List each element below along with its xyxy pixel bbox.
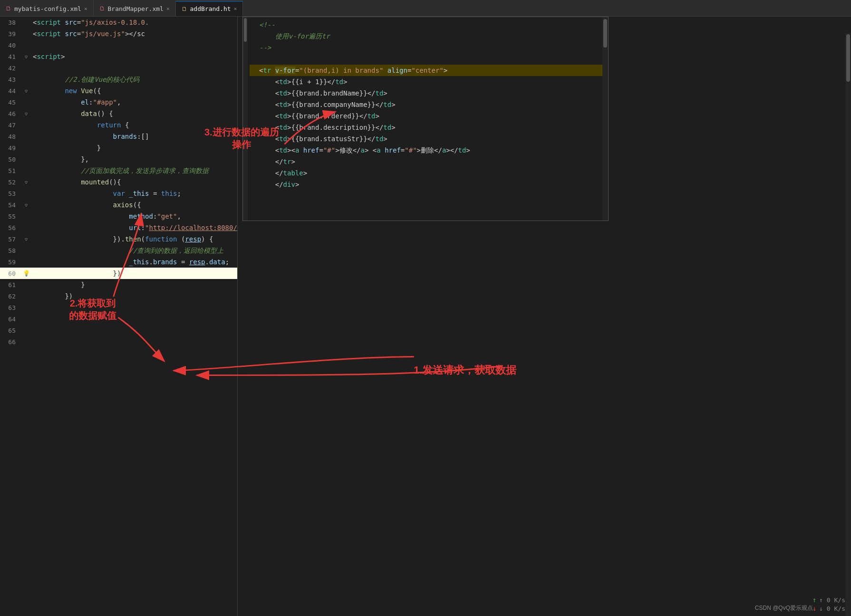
code-line-45: 45 el:"#app", (0, 96, 237, 108)
tab-mybatis[interactable]: 🗋 mybatis-config.xml × (0, 1, 94, 16)
popup-line-td7: <td><a href="#">修改</a> <a href="#">删除</a… (250, 144, 608, 156)
annotation-label-1: 1.发送请求，获取数据 (414, 364, 516, 377)
popup-line-td3: <td>{{brand.companyName}}</td> (250, 99, 608, 110)
code-line-54: 54 ▽ axios({ (0, 199, 237, 211)
status-upload: ↑ ↑ 0 K/s (812, 596, 845, 604)
tab-addbrand-close[interactable]: × (234, 6, 237, 12)
code-line-42: 42 (0, 62, 237, 74)
popup-line-comment2: 使用v-for遍历tr (250, 30, 608, 42)
tab-mybatis-label: mybatis-config.xml (14, 5, 81, 12)
code-line-40: 40 (0, 39, 237, 51)
code-line-52: 52 ▽ mounted(){ (0, 176, 237, 188)
code-line-41: 41 ▽ <script> (0, 51, 237, 62)
popup-scrollbar[interactable] (602, 17, 608, 221)
popup-line-td5: <td>{{brand.description}}</td> (250, 122, 608, 133)
popup-line-vfor: <tr v-for="(brand,i) in brands" align="c… (250, 65, 608, 76)
code-panel-left[interactable]: 38 <script src="js/axios-0.18.0. 39 <scr… (0, 17, 238, 616)
code-line-49: 49 } (0, 142, 237, 154)
popup-line-comment1: <!-- (250, 19, 608, 30)
code-line-44: 44 ▽ new Vue({ (0, 85, 237, 96)
tab-brandmapper-label: BrandMapper.xml (108, 5, 164, 12)
popup-scrollbar-thumb[interactable] (603, 19, 607, 48)
tab-bar: 🗋 mybatis-config.xml × 🗋 BrandMapper.xml… (0, 0, 851, 17)
code-line-51: 51 //页面加载完成，发送异步请求，查询数据 (0, 165, 237, 176)
tab-addbrand[interactable]: 🗋 addBrand.ht × (176, 1, 243, 16)
popup-left-scrollbar (243, 17, 248, 221)
popup-line-td1: <td>{{i + 1}}</td> (250, 76, 608, 87)
tab-addbrand-label: addBrand.ht (190, 5, 231, 12)
tab-brandmapper-close[interactable]: × (166, 6, 170, 12)
code-line-64: 64 (0, 313, 237, 325)
download-arrow-icon: ↓ (812, 605, 816, 612)
popup-line-blank (250, 53, 608, 65)
editor-container: 38 <script src="js/axios-0.18.0. 39 <scr… (0, 17, 851, 616)
status-bar: ↑ ↑ 0 K/s ↓ ↓ 0 K/s (807, 592, 851, 616)
popup-line-td6: <td>{{brand.statusStr}}</td> (250, 133, 608, 144)
popup-line-table-close: </table> (250, 167, 608, 179)
popup-line-td4: <td>{{brand.ordered}}</td> (250, 110, 608, 122)
popup-code-content: <!-- 使用v-for遍历tr --> <tr v-for="(brand,i… (243, 17, 608, 190)
upload-speed: ↑ 0 K/s (819, 597, 845, 604)
popup-line-tr-close: </tr> (250, 156, 608, 167)
code-line-46: 46 ▽ data() { (0, 108, 237, 119)
code-line-48: 48 brands:[] (0, 131, 237, 142)
code-line-47: 47 return { (0, 119, 237, 131)
tab-brandmapper[interactable]: 🗋 BrandMapper.xml × (94, 1, 176, 16)
code-line-65: 65 (0, 325, 237, 336)
watermark: CSDN @QvQ爱乐观点 (755, 604, 813, 612)
code-line-53: 53 var _this = this; (0, 188, 237, 199)
tab-xml-icon-mybatis: 🗋 (6, 5, 11, 12)
tab-mybatis-close[interactable]: × (84, 6, 87, 12)
code-line-60: 60 💡 }) (0, 268, 237, 279)
code-line-55: 55 method:"get", (0, 211, 237, 222)
main-scrollbar[interactable] (845, 33, 851, 616)
code-line-57: 57 ▽ }).then(function (resp) { (0, 233, 237, 245)
popup-line-comment3: --> (250, 42, 608, 53)
code-line-38: 38 <script src="js/axios-0.18.0. (0, 17, 237, 28)
code-line-61: 61 } (0, 279, 237, 290)
popup-left-scrollbar-thumb (244, 18, 247, 42)
popup-line-div-close: </div> (250, 179, 608, 190)
download-speed: ↓ 0 K/s (819, 605, 845, 612)
tab-xml-icon-brandmapper: 🗋 (99, 5, 105, 12)
code-line-59: 59 _this.brands = resp.data; (0, 256, 237, 268)
code-line-66: 66 (0, 336, 237, 347)
upload-arrow-icon: ↑ (812, 596, 816, 604)
code-line-43: 43 //2.创建Vue的核心代码 (0, 74, 237, 85)
code-line-62: 62 }) (0, 290, 237, 302)
code-line-63: 63 (0, 302, 237, 313)
main-scrollbar-thumb[interactable] (846, 34, 850, 82)
popup-line-td2: <td>{{brand.brandName}}</td> (250, 87, 608, 99)
code-line-39: 39 <script src="js/vue.js"></sc (0, 28, 237, 39)
code-line-50: 50 }, (0, 154, 237, 165)
tab-html-icon-addbrand: 🗋 (182, 6, 187, 12)
code-line-56: 56 url:"http://localhost:8080/brand-demo… (0, 222, 237, 233)
code-line-58: 58 //查询到的数据，返回给模型上 (0, 245, 237, 256)
popup-panel-right: <!-- 使用v-for遍历tr --> <tr v-for="(brand,i… (242, 17, 609, 221)
status-download: ↓ ↓ 0 K/s (812, 605, 845, 612)
